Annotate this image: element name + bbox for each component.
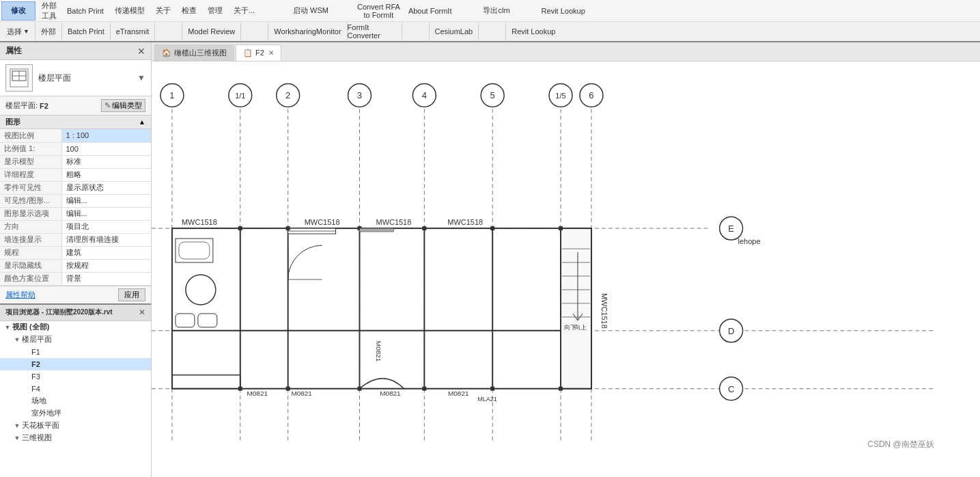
transfer-model-btn[interactable]: 传递模型 <box>109 1 150 21</box>
prop-row-4: 零件可见性显示原状态 <box>0 181 151 194</box>
tree-label-8: 天花板平面 <box>22 420 59 431</box>
svg-text:D: D <box>728 326 734 336</box>
tree-item-1[interactable]: ▼楼层平面 <box>0 333 151 346</box>
tree-toggle-9[interactable]: ▼ <box>12 435 22 441</box>
model-review-btn[interactable]: Model Review <box>182 23 241 40</box>
batch-print-bottom-btn[interactable]: Batch Print <box>62 23 111 40</box>
type-icon <box>5 64 33 92</box>
export-clm-btn[interactable]: 导出clm <box>477 1 515 21</box>
prop-label-11: 颜色方案位置 <box>0 272 61 285</box>
prop-row-5: 可见性/图形...编辑... <box>0 194 151 207</box>
svg-rect-84 <box>422 387 426 391</box>
prop-row-7: 方向项目北 <box>0 220 151 233</box>
tree-item-9[interactable]: ▼三维视图 <box>0 432 151 444</box>
outer-btn[interactable]: 外部 <box>36 23 62 40</box>
panel-close-icon[interactable]: ✕ <box>137 46 145 57</box>
svg-rect-83 <box>358 387 362 391</box>
svg-text:向上: 向上 <box>574 324 587 331</box>
svg-rect-81 <box>238 387 242 391</box>
select-dropdown-btn[interactable]: 选择 ▼ <box>1 23 36 40</box>
prop-value-2: 标准 <box>61 155 151 168</box>
svg-rect-78 <box>422 226 426 230</box>
apply-btn[interactable]: 应用 <box>118 288 145 301</box>
main-area: 属性 ✕ 楼层平面 ▼ <box>0 42 980 477</box>
tree-toggle-1[interactable]: ▼ <box>12 336 22 343</box>
tree-item-7[interactable]: 室外地坪 <box>0 407 151 420</box>
prop-row-6: 图形显示选项编辑... <box>0 207 151 220</box>
tree-item-3[interactable]: F2 <box>0 358 151 370</box>
props-help-label[interactable]: 属性帮助 <box>5 290 36 300</box>
tab-3d-view[interactable]: 🏠 橄榄山三维视图 <box>154 44 234 61</box>
prop-row-8: 墙连接显示清理所有墙连接 <box>0 233 151 246</box>
tree-item-4[interactable]: F3 <box>0 370 151 383</box>
section-toggle-icon[interactable]: ▲ <box>139 118 145 126</box>
tree-item-5[interactable]: F4 <box>0 383 151 395</box>
prop-value-8: 清理所有墙连接 <box>61 233 151 246</box>
tree-item-8[interactable]: ▼天花板平面 <box>0 420 151 432</box>
tree-view: ▼视图 (全部)▼楼层平面F1F2F3F4场地室外地坪▼天花板平面▼三维视图 <box>0 321 151 478</box>
left-sidebar: 属性 ✕ 楼层平面 ▼ <box>0 42 152 477</box>
prop-label-9: 规程 <box>0 246 61 259</box>
svg-text:MWC1518: MWC1518 <box>376 218 412 226</box>
edit-type-btn[interactable]: ✎ 编辑类型 <box>101 99 145 112</box>
select-arrow-icon: ▼ <box>23 28 29 35</box>
worksharing-btn[interactable]: WorksharingMonitor <box>268 23 347 40</box>
convert-rfa-btn[interactable]: Convert RFAto FormIt <box>354 1 403 21</box>
prop-value-3: 粗略 <box>61 168 151 181</box>
about2-btn[interactable]: 关于... <box>228 1 260 21</box>
tree-label-0: 视图 (全部) <box>12 322 49 332</box>
tab-f2[interactable]: 📋 F2 ✕ <box>236 44 281 61</box>
canvas-container: 🏠 橄榄山三维视图 📋 F2 ✕ <box>152 42 980 477</box>
svg-rect-80 <box>559 226 563 230</box>
canvas-area[interactable]: 1 1/1 2 3 4 5 <box>152 62 980 477</box>
tab-f2-close-icon[interactable]: ✕ <box>268 49 274 57</box>
about-btn[interactable]: 关于 <box>150 1 176 21</box>
outer-tools-btn[interactable]: 外部工具 <box>37 1 61 21</box>
prop-value-6: 编辑... <box>61 207 151 220</box>
prop-label-10: 显示隐藏线 <box>0 259 61 272</box>
prop-label-7: 方向 <box>0 220 61 233</box>
manage-btn[interactable]: 管理 <box>202 1 228 21</box>
tree-label-5: F4 <box>31 385 40 393</box>
revit-lookup-bottom-btn[interactable]: Revit Lookup <box>506 23 561 40</box>
convert-rfa-label: Convert RFAto FormIt <box>357 3 400 19</box>
section-title: 图形 <box>5 117 20 127</box>
about-formit-btn[interactable]: About FormIt <box>403 1 458 21</box>
tree-toggle-0[interactable]: ▼ <box>3 324 12 331</box>
svg-text:M0821: M0821 <box>375 341 382 362</box>
check-btn[interactable]: 检查 <box>176 1 202 21</box>
prop-value-11: 背景 <box>61 272 151 285</box>
modify-btn[interactable]: 修改 <box>1 1 36 21</box>
tab-3d-icon: 🏠 <box>162 49 171 57</box>
svg-rect-86 <box>559 387 563 391</box>
start-wsm-btn[interactable]: 启动 WSM <box>288 1 334 21</box>
tree-item-0[interactable]: ▼视图 (全部) <box>0 321 151 333</box>
tree-item-6[interactable]: 场地 <box>0 395 151 407</box>
batch-print-btn[interactable]: Batch Print <box>61 1 109 21</box>
svg-rect-75 <box>238 226 242 230</box>
manage-label: 管理 <box>208 5 223 16</box>
prop-value-0[interactable]: 1 : 100 <box>61 129 151 142</box>
properties-table-container: 视图比例1 : 100比例值 1:100显示模型标准详细程度粗略零件可见性显示原… <box>0 129 151 286</box>
about-formit-label: About FormIt <box>408 7 452 15</box>
tree-label-9: 三维视图 <box>22 433 52 443</box>
prop-label-1: 比例值 1: <box>0 142 61 155</box>
type-selector[interactable]: 楼层平面 ▼ <box>38 72 145 84</box>
svg-rect-63 <box>172 375 240 389</box>
tree-toggle-8[interactable]: ▼ <box>12 422 22 429</box>
etransmit-btn[interactable]: eTransmit <box>111 23 156 40</box>
svg-rect-82 <box>286 387 290 391</box>
tab-f2-label: F2 <box>255 49 264 57</box>
browser-close-icon[interactable]: ✕ <box>139 308 145 317</box>
svg-rect-51 <box>561 228 591 389</box>
revit-lookup-btn[interactable]: Revit Lookup <box>536 1 591 21</box>
tree-item-2[interactable]: F1 <box>0 346 151 358</box>
tree-label-6: 场地 <box>31 396 46 406</box>
select-label: 选择 <box>7 27 22 37</box>
svg-text:E: E <box>728 223 734 234</box>
tab-3d-label: 橄榄山三维视图 <box>174 48 227 58</box>
cesiumlab-btn[interactable]: CesiumLab <box>430 23 479 40</box>
properties-table: 视图比例1 : 100比例值 1:100显示模型标准详细程度粗略零件可见性显示原… <box>0 129 151 286</box>
svg-rect-79 <box>490 226 494 230</box>
svg-text:lehope: lehope <box>738 237 761 245</box>
